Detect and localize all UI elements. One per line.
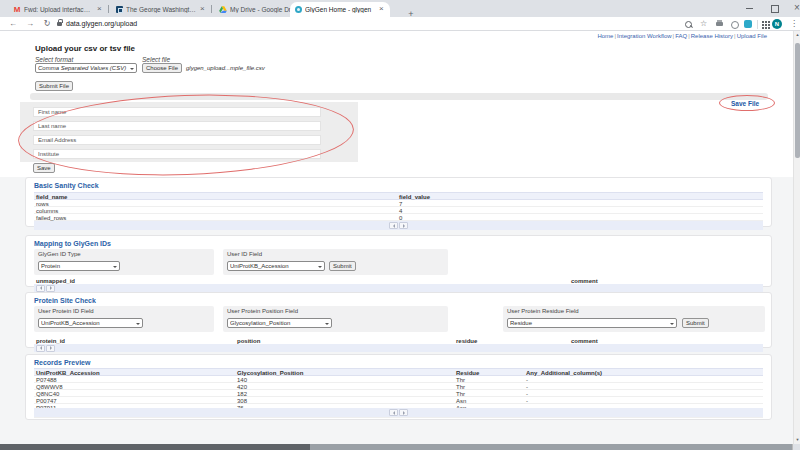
section-title: Basic Sanity Check — [34, 182, 99, 189]
mapping-submit-button[interactable]: Submit — [329, 261, 356, 271]
first-name-input[interactable] — [33, 107, 321, 117]
scroll-down-icon[interactable]: ▼ — [794, 436, 800, 444]
close-tab-icon[interactable] — [199, 6, 206, 13]
pagination-prev-button[interactable] — [389, 409, 398, 416]
minimize-icon[interactable] — [736, 0, 762, 17]
glygen-id-type-select[interactable]: Protein — [38, 261, 120, 271]
tab-title: Fwd: Upload interface ready for t — [24, 6, 93, 13]
vertical-scrollbar[interactable]: ▲ ▼ — [793, 31, 800, 444]
teal-extension-icon[interactable] — [744, 20, 752, 28]
refresh-icon[interactable]: ↻ — [42, 19, 52, 29]
tab-glygen-active[interactable]: GlyGen Home - glygen — [290, 2, 390, 17]
position-panel: User Protein Position Field Glycosylatio… — [223, 306, 448, 332]
horizontal-scrollbar[interactable] — [0, 444, 800, 450]
tab-separator — [108, 5, 109, 13]
pagination-prev-button[interactable] — [36, 285, 45, 292]
printer-extension-icon[interactable] — [715, 20, 724, 29]
back-icon[interactable]: ← — [8, 19, 18, 29]
last-name-input[interactable] — [33, 121, 321, 131]
gmail-icon: M — [13, 6, 21, 14]
id-type-label: GlyGen ID Type — [38, 251, 81, 257]
protein-site-check-card: Protein Site Check User Protein ID Field… — [25, 292, 772, 348]
choose-file-button[interactable]: Choose File — [142, 63, 182, 73]
nav-link-upload-file[interactable]: Upload File — [737, 33, 767, 39]
protein-id-field-select[interactable]: UniProtKB_Accession — [38, 318, 143, 328]
chevron-down-icon — [670, 323, 674, 327]
toolbar-divider — [757, 20, 758, 29]
chevron-down-icon — [318, 266, 322, 270]
residue-field-select[interactable]: Residue — [507, 318, 677, 328]
tab-separator — [211, 5, 212, 13]
email-address-input[interactable] — [33, 135, 321, 145]
user-id-label: User ID Field — [227, 251, 262, 257]
pagination-next-button[interactable] — [399, 409, 408, 416]
profile-avatar[interactable]: N — [772, 19, 782, 29]
save-button[interactable]: Save — [33, 163, 55, 173]
address-bar: ← → ↻ data.glygen.org/upload N — [0, 17, 800, 31]
residue-panel: User Protein Residue Field Residue Submi… — [503, 306, 765, 332]
page-title: Upload your csv or tsv file — [35, 44, 135, 53]
table-row: Q8NC40 182 Thr - — [34, 390, 763, 397]
select-file-label: Select file — [142, 56, 170, 63]
pagination-prev-button[interactable] — [36, 345, 45, 352]
nav-link-release-history[interactable]: Release History — [691, 33, 733, 39]
pagination-next-button[interactable] — [46, 285, 55, 292]
lock-icon — [57, 22, 62, 26]
position-label: User Protein Position Field — [227, 308, 298, 314]
tab-title: My Drive - Google Drive — [230, 6, 299, 13]
menu-dots-icon[interactable] — [787, 20, 796, 29]
section-title: Protein Site Check — [34, 297, 96, 304]
url-text[interactable]: data.glygen.org/upload — [66, 20, 137, 27]
nav-link-faq[interactable]: FAQ — [675, 33, 687, 39]
section-title: Mapping to GlyGen IDs — [34, 240, 111, 247]
scroll-up-icon[interactable]: ▲ — [794, 31, 800, 39]
chevron-down-icon — [113, 266, 117, 270]
table-header: field_name field_value — [34, 192, 763, 200]
mapping-card: Mapping to GlyGen IDs GlyGen ID Type Pro… — [25, 235, 772, 287]
site-check-submit-button[interactable]: Submit — [682, 318, 709, 328]
new-tab-button[interactable] — [404, 3, 418, 16]
submit-file-button[interactable]: Submit File — [35, 81, 73, 91]
vertical-scrollbar-thumb[interactable] — [795, 43, 800, 158]
institute-input[interactable] — [33, 149, 321, 159]
google-drive-icon — [219, 6, 227, 14]
tab-gmail[interactable]: M Fwd: Upload interface ready for t — [8, 2, 108, 17]
protein-id-panel: User Protein ID Field UniProtKB_Accessio… — [34, 306, 214, 332]
tab-gwu[interactable]: The George Washington Univers — [111, 2, 211, 17]
pagination-next-button[interactable] — [46, 345, 55, 352]
close-tab-icon[interactable] — [378, 6, 385, 13]
bookmark-star-icon[interactable] — [700, 20, 709, 29]
gwu-favicon — [116, 6, 123, 13]
pagination-next-button[interactable] — [399, 222, 408, 229]
user-id-field-select[interactable]: UniProtKB_Accession — [227, 261, 325, 271]
apps-grid-icon[interactable] — [761, 20, 770, 29]
table-footer — [34, 408, 763, 417]
position-field-select[interactable]: Glycosylation_Position — [227, 318, 332, 328]
pagination-prev-button[interactable] — [389, 222, 398, 229]
nav-link-integration-workflow[interactable]: Integration Workflow — [617, 33, 672, 39]
table-header: UniProtKB_Accession Glycosylation_Positi… — [34, 368, 763, 376]
table-row: rows 7 — [34, 200, 763, 207]
forward-icon[interactable]: → — [25, 19, 35, 29]
close-tab-icon[interactable] — [96, 6, 103, 13]
glygen-favicon — [295, 6, 302, 13]
section-title: Records Preview — [34, 359, 90, 366]
table-row: failed_rows 0 — [34, 214, 763, 221]
horizontal-scrollbar-thumb[interactable] — [0, 444, 310, 450]
glygen-upload-page: Home|Integration Workflow|FAQ|Release Hi… — [0, 31, 800, 444]
table-footer — [34, 344, 763, 352]
save-file-link[interactable]: Save File — [731, 100, 759, 107]
zoom-icon[interactable] — [684, 20, 693, 29]
id-type-panel: GlyGen ID Type Protein — [34, 249, 214, 275]
close-window-icon[interactable] — [784, 0, 800, 17]
site-nav: Home|Integration Workflow|FAQ|Release Hi… — [596, 33, 768, 39]
nav-separator: | — [673, 33, 675, 39]
circle-extension-icon[interactable] — [730, 20, 739, 29]
chevron-down-icon — [130, 68, 134, 72]
chevron-down-icon — [325, 323, 329, 327]
records-preview-card: Records Preview UniProtKB_Accession Glyc… — [25, 354, 772, 420]
user-id-panel: User ID Field UniProtKB_Accession Submit — [223, 249, 448, 275]
nav-link-home[interactable]: Home — [597, 33, 613, 39]
format-select[interactable]: Comma Separated Values (CSV) — [35, 63, 137, 73]
nav-separator: | — [734, 33, 736, 39]
